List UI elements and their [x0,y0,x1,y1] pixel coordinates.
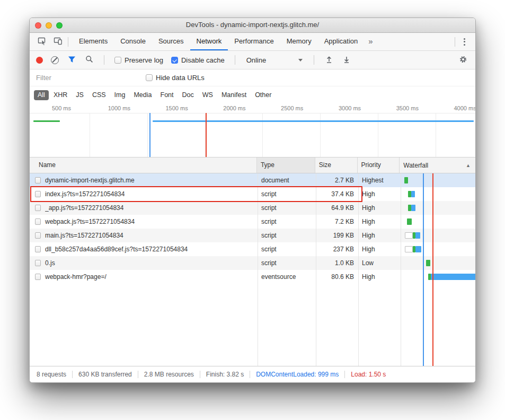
clear-network-log-button[interactable] [51,56,59,64]
request-type: script [258,201,316,215]
timeline-label: 2500 ms [281,105,303,111]
download-arrow-icon [343,56,350,65]
timeline-gridline [147,113,148,157]
type-filter-font[interactable]: Font [157,90,178,100]
finish-time: Finish: 3.82 s [200,371,250,378]
disable-cache-control[interactable]: Disable cache [171,56,225,64]
search-button[interactable] [84,55,94,65]
network-request-row[interactable]: webpack.js?ts=1572271054834script7.2 KBH… [30,215,475,229]
type-filter-all[interactable]: All [34,90,49,100]
requests-table: Name Type Size Priority Waterfall ▲ dyna… [30,158,475,366]
column-header-type[interactable]: Type [257,158,315,173]
toggle-device-toolbar-button[interactable] [50,33,66,50]
request-name: dll_b58c257da4aa56d89cef.js?ts=157227105… [45,242,188,256]
network-request-row[interactable]: _app.js?ts=1572271054834script64.9 KBHig… [30,201,475,215]
timeline-graph[interactable] [30,113,475,157]
minimize-window-button[interactable] [46,22,52,29]
throttling-value: Online [246,56,267,64]
tab-network[interactable]: Network [190,33,228,50]
search-icon [85,55,93,65]
network-request-row[interactable]: webpack-hmr?page=/eventsource80.6 KBHigh [30,270,475,284]
column-divider[interactable] [258,173,258,366]
preserve-log-control[interactable]: Preserve log [114,56,163,64]
close-window-button[interactable] [35,22,41,29]
request-waterfall [401,256,475,270]
network-settings-button[interactable] [457,55,469,65]
overview-activity-bar [153,120,474,122]
timeline-gridline [436,113,436,157]
column-divider[interactable] [401,173,401,366]
preserve-log-label: Preserve log [125,56,163,64]
type-filter-manifest[interactable]: Manifest [218,90,250,100]
timeline-gridline [378,113,378,157]
kebab-menu-icon [464,38,465,40]
column-header-size[interactable]: Size [315,158,358,173]
request-waterfall [401,173,475,187]
request-size: 199 KB [316,229,358,242]
window-title: DevTools - dynamic-import-nextjs.glitch.… [30,18,475,32]
request-size: 237 KB [316,242,358,256]
separator [455,37,455,47]
column-divider[interactable] [316,173,316,366]
record-network-log-button[interactable] [36,57,43,64]
devtools-tabbar: Elements Console Sources Network Perform… [30,33,475,51]
type-filter-img[interactable]: Img [111,90,129,100]
preserve-log-checkbox[interactable] [114,57,121,64]
type-filter-js[interactable]: JS [72,90,87,100]
file-icon [35,260,41,266]
type-filter-media[interactable]: Media [130,90,155,100]
tab-memory[interactable]: Memory [280,33,318,50]
request-name: 0.js [45,256,55,270]
traffic-lights [35,18,63,32]
column-header-waterfall[interactable]: Waterfall ▲ [400,158,475,173]
hide-data-urls-control[interactable]: Hide data URLs [146,74,205,82]
tab-console[interactable]: Console [114,33,152,50]
export-har-button[interactable] [342,56,351,65]
column-header-priority[interactable]: Priority [358,158,400,173]
upload-arrow-icon [325,56,333,65]
request-priority: High [358,242,401,256]
tab-elements[interactable]: Elements [73,33,114,50]
network-filter-input[interactable] [35,73,146,82]
type-filter-css[interactable]: CSS [88,90,110,100]
network-overview[interactable]: 500 ms1000 ms1500 ms2000 ms2500 ms3000 m… [30,103,475,158]
throttling-select[interactable]: Online [245,56,304,64]
request-priority: Highest [358,173,401,187]
filter-toggle-button[interactable] [67,56,76,65]
zoom-window-button[interactable] [56,22,63,29]
request-size: 2.7 KB [316,173,358,187]
inspect-element-button[interactable] [34,33,50,50]
tab-performance[interactable]: Performance [228,33,280,50]
request-type: script [258,256,316,270]
column-header-name[interactable]: Name [30,158,257,173]
network-request-row[interactable]: 0.jsscript1.0 KBLow [30,256,475,270]
import-har-button[interactable] [324,56,334,65]
type-filter-doc[interactable]: Doc [179,90,198,100]
tab-sources[interactable]: Sources [152,33,190,50]
disable-cache-checkbox[interactable] [171,57,178,64]
network-request-row[interactable]: dynamic-import-nextjs.glitch.medocument2… [30,173,475,187]
type-filter-xhr[interactable]: XHR [50,90,71,100]
timeline-label: 1000 ms [108,105,130,111]
timeline-label: 3500 ms [396,105,419,111]
overview-activity-bar [33,120,60,122]
sort-ascending-icon: ▲ [466,158,471,173]
hide-data-urls-checkbox[interactable] [146,74,153,81]
status-bar: 8 requests 630 KB transferred 2.8 MB res… [30,366,475,382]
waterfall-waiting-bar [426,260,430,266]
load-time: Load: 1.50 s [344,371,392,378]
network-request-row[interactable]: main.js?ts=1572271054834script199 KBHigh [30,229,475,242]
devtools-menu-button[interactable] [457,33,471,50]
type-filter-other[interactable]: Other [251,90,275,100]
row-highlight-annotation [30,186,362,202]
timeline-gridline [90,113,90,157]
request-type: script [258,229,316,242]
tab-application[interactable]: Application [318,33,365,50]
load-marker-line [206,113,207,157]
request-name: main.js?ts=1572271054834 [45,229,123,242]
column-divider[interactable] [358,173,359,366]
load-marker-line [432,173,433,366]
more-tabs-button[interactable]: » [364,33,377,50]
network-request-row[interactable]: dll_b58c257da4aa56d89cef.js?ts=157227105… [30,242,475,256]
type-filter-ws[interactable]: WS [199,90,217,100]
